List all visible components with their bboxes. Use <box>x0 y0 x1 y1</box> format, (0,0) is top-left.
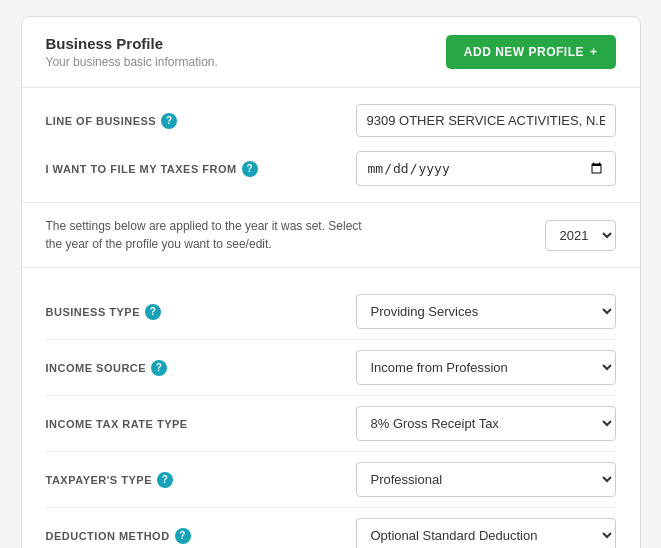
income-tax-rate-label: INCOME TAX RATE TYPE <box>46 418 188 430</box>
year-selector[interactable]: 2021 2020 2019 2018 <box>545 220 616 251</box>
line-of-business-help-icon[interactable]: ? <box>161 113 177 129</box>
deduction-method-row: DEDUCTION METHOD ? Optional Standard Ded… <box>46 508 616 548</box>
tax-from-input[interactable] <box>356 151 616 186</box>
notice-line1: The settings below are applied to the ye… <box>46 217 362 235</box>
income-source-help-icon[interactable]: ? <box>151 360 167 376</box>
business-profile-card: Business Profile Your business basic inf… <box>21 16 641 548</box>
business-type-label: BUSINESS TYPE ? <box>46 304 162 320</box>
income-source-select[interactable]: Income from Profession Income from Busin… <box>356 350 616 385</box>
notice-line2: the year of the profile you want to see/… <box>46 235 362 253</box>
add-new-profile-button[interactable]: ADD NEW PROFILE + <box>446 35 616 69</box>
taxpayers-type-help-icon[interactable]: ? <box>157 472 173 488</box>
taxpayers-type-row: TAXPAYER'S TYPE ? Professional Non-Profe… <box>46 452 616 508</box>
notice-section: The settings below are applied to the ye… <box>22 203 640 268</box>
income-source-label: INCOME SOURCE ? <box>46 360 168 376</box>
business-type-row: BUSINESS TYPE ? Providing Services Tradi… <box>46 284 616 340</box>
income-tax-rate-select[interactable]: 8% Gross Receipt Tax Graduated Tax Rate <box>356 406 616 441</box>
notice-text: The settings below are applied to the ye… <box>46 217 362 253</box>
taxpayers-type-label: TAXPAYER'S TYPE ? <box>46 472 174 488</box>
deduction-method-label: DEDUCTION METHOD ? <box>46 528 191 544</box>
tax-from-help-icon[interactable]: ? <box>242 161 258 177</box>
deduction-method-select[interactable]: Optional Standard Deduction Itemized Ded… <box>356 518 616 548</box>
business-details-section: BUSINESS TYPE ? Providing Services Tradi… <box>22 268 640 548</box>
plus-icon: + <box>590 45 598 59</box>
income-tax-rate-row: INCOME TAX RATE TYPE 8% Gross Receipt Ta… <box>46 396 616 452</box>
header-text: Business Profile Your business basic inf… <box>46 35 218 69</box>
tax-from-label: I WANT TO FILE MY TAXES FROM ? <box>46 161 258 177</box>
business-type-help-icon[interactable]: ? <box>145 304 161 320</box>
line-of-business-input[interactable] <box>356 104 616 137</box>
basic-info-section: LINE OF BUSINESS ? I WANT TO FILE MY TAX… <box>22 88 640 203</box>
add-button-label: ADD NEW PROFILE <box>464 45 584 59</box>
line-of-business-label: LINE OF BUSINESS ? <box>46 113 178 129</box>
card-header: Business Profile Your business basic inf… <box>22 17 640 88</box>
tax-from-row: I WANT TO FILE MY TAXES FROM ? <box>46 151 616 186</box>
line-of-business-row: LINE OF BUSINESS ? <box>46 104 616 137</box>
card-subtitle: Your business basic information. <box>46 55 218 69</box>
taxpayers-type-select[interactable]: Professional Non-Professional <box>356 462 616 497</box>
income-source-row: INCOME SOURCE ? Income from Profession I… <box>46 340 616 396</box>
business-type-select[interactable]: Providing Services Trading Manufacturing <box>356 294 616 329</box>
deduction-method-help-icon[interactable]: ? <box>175 528 191 544</box>
card-title: Business Profile <box>46 35 218 52</box>
